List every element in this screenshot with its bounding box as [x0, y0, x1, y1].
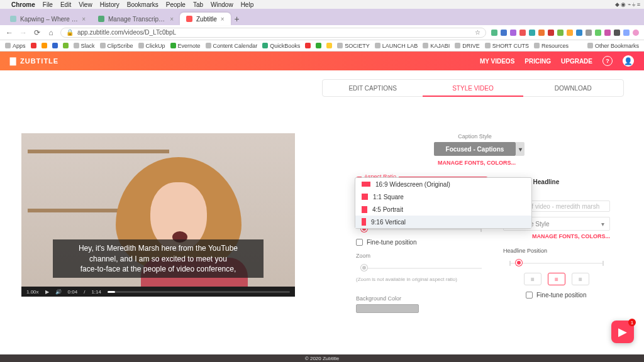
bgcolor-swatch[interactable] [356, 304, 419, 313]
menubar-app[interactable]: Chrome [11, 1, 35, 8]
tab-download[interactable]: DOWNLOAD [523, 80, 623, 96]
aspect-option-9-16[interactable]: 9:16 Vertical [355, 216, 531, 228]
menubar-item[interactable]: History [100, 1, 119, 8]
bookmark-item[interactable] [52, 43, 58, 48]
play-icon[interactable]: ▶ [45, 289, 49, 295]
browser-tab[interactable]: Kapwing – Where Content Cre…× [4, 13, 92, 25]
bookmark-item[interactable]: Apps [5, 43, 26, 49]
bookmark-item[interactable]: DRIVE [455, 43, 480, 49]
ratio-icon [362, 182, 370, 187]
bookmark-item[interactable]: SHORT CUTS [485, 43, 529, 49]
caption-style-select[interactable]: Focused - Captions [434, 142, 516, 156]
caption-overlay: Hey, it's Meredith Marsh here from the Y… [53, 239, 264, 278]
manage-headline-fonts-link[interactable]: MANAGE FONTS, COLORS... [503, 233, 610, 239]
playback-speed[interactable]: 1.00x [26, 289, 39, 295]
menubar-item[interactable]: People [166, 1, 186, 8]
align-center-button[interactable]: ≡ [548, 273, 565, 285]
macos-menubar: Chrome File Edit View History Bookmarks … [0, 0, 644, 9]
nav-my-videos[interactable]: MY VIDEOS [480, 58, 514, 65]
manage-fonts-link[interactable]: MANAGE FONTS, COLORS... [434, 160, 516, 166]
extension-icons [491, 30, 639, 36]
address-bar: ← → ⟳ ⌂ 🔒app.zubtitle.com/videos/D_LTc0b… [0, 25, 644, 40]
close-icon[interactable]: × [221, 16, 225, 23]
aspect-option-4-5[interactable]: 4:5 Portrait [355, 203, 531, 216]
menubar-item[interactable]: Help [241, 1, 254, 8]
bookmark-item[interactable]: ClickUp [138, 43, 165, 49]
zoom-label: Zoom [356, 253, 488, 259]
tab-edit-captions[interactable]: EDIT CAPTIONS [323, 80, 423, 96]
user-avatar-icon[interactable]: 👤 [623, 55, 634, 67]
menubar-item[interactable]: Bookmarks [127, 1, 158, 8]
bookmark-item[interactable] [42, 43, 47, 48]
bgcolor-label: Background Color [356, 295, 444, 302]
finetune-headline-checkbox[interactable] [526, 292, 533, 299]
chat-widget[interactable]: ▶ 1 [611, 321, 634, 343]
menubar-item[interactable]: File [43, 1, 53, 8]
menubar-item[interactable]: View [79, 1, 92, 8]
menubar-item[interactable]: Window [211, 1, 233, 8]
home-button[interactable]: ⌂ [47, 28, 55, 37]
url-text: app.zubtitle.com/videos/D_LTc0bpL [77, 29, 176, 36]
bookmark-item[interactable] [305, 43, 311, 48]
bookmark-item[interactable] [326, 43, 332, 48]
browser-tab[interactable]: Manage Transcriptions – ClipS…× [92, 13, 180, 25]
lock-icon: 🔒 [66, 29, 74, 36]
time-elapsed: 0:04 [68, 289, 78, 295]
video-frame[interactable]: Hey, it's Meredith Marsh here from the Y… [21, 133, 295, 287]
align-right-button[interactable]: ≡ [572, 273, 589, 285]
bookmark-item[interactable]: KAJABI [423, 43, 450, 49]
finetune-caption-checkbox[interactable] [356, 239, 363, 246]
chat-icon: ▶ [618, 325, 627, 339]
workspace: EDIT CAPTIONS STYLE VIDEO DOWNLOAD Hey, … [0, 70, 644, 354]
ratio-icon [362, 194, 368, 200]
finetune-headline-label: Fine-tune position [536, 292, 587, 299]
back-button[interactable]: ← [5, 28, 14, 37]
bookmark-item[interactable]: Content Calendar [206, 43, 258, 49]
bookmark-item[interactable] [31, 43, 36, 48]
page-footer: © 2020 Zubtitle [0, 354, 644, 362]
aspect-option-16-9[interactable]: 16:9 Widescreen (Original) [355, 178, 531, 190]
headline-position-slider[interactable] [503, 258, 610, 269]
bookmark-item[interactable]: Slack [74, 43, 95, 49]
align-left-button[interactable]: ≡ [524, 273, 541, 285]
bookmark-item[interactable]: ClipScribe [100, 43, 133, 49]
headline-position-panel: Headline Position ≡ ≡ ≡ Fine-tune positi… [503, 248, 610, 299]
bookmark-item[interactable]: SOCIETY [337, 43, 370, 49]
forward-button[interactable]: → [19, 28, 28, 37]
tab-style-video[interactable]: STYLE VIDEO [423, 80, 523, 96]
nav-upgrade[interactable]: UPGRADE [561, 58, 592, 65]
menubar-item[interactable]: Edit [60, 1, 71, 8]
close-icon[interactable]: × [170, 16, 174, 23]
nav-pricing[interactable]: PRICING [525, 58, 551, 65]
menubar-item[interactable]: Tab [193, 1, 203, 8]
profile-avatar[interactable] [633, 30, 639, 36]
reload-button[interactable]: ⟳ [33, 28, 42, 37]
browser-tab-active[interactable]: Zubtitle× [180, 13, 231, 25]
bookmarks-bar: Apps Slack ClipScribe ClickUp Evernote C… [0, 40, 644, 52]
aspect-option-1-1[interactable]: 1:1 Square [355, 190, 531, 203]
finetune-caption-label: Fine-tune position [367, 239, 417, 246]
bookmark-item[interactable] [316, 43, 321, 48]
tab-strip: Kapwing – Where Content Cre…× Manage Tra… [0, 9, 644, 25]
time-duration: 1:14 [91, 289, 101, 295]
menubar-status-icons: ◆ ◉ ⌁ ⏚ ≡ [615, 1, 640, 8]
bookmark-item[interactable]: LAUNCH LAB [375, 43, 418, 49]
other-bookmarks[interactable]: Other Bookmarks [587, 43, 639, 49]
url-input[interactable]: 🔒app.zubtitle.com/videos/D_LTc0bpL☆ [60, 28, 486, 38]
app-header: ZUBTITLE MY VIDEOS PRICING UPGRADE ? 👤 [0, 52, 644, 70]
headline-position-label: Headline Position [503, 248, 610, 254]
help-icon[interactable]: ? [602, 56, 613, 66]
bookmark-item[interactable]: QuickBooks [262, 43, 300, 49]
bookmark-item[interactable]: Resources [534, 43, 569, 49]
close-icon[interactable]: × [82, 16, 86, 23]
new-tab-button[interactable]: + [231, 13, 243, 25]
seek-bar[interactable] [108, 291, 290, 293]
zoom-note: (Zoom is not available in original aspec… [356, 277, 488, 283]
star-icon[interactable]: ☆ [475, 29, 480, 36]
bookmark-item[interactable] [63, 43, 69, 48]
brand-logo[interactable]: ZUBTITLE [10, 57, 58, 65]
bookmark-item[interactable]: Evernote [170, 43, 201, 49]
chevron-down-icon: ▾ [601, 221, 604, 228]
aspect-ratio-dropdown: 16:9 Widescreen (Original) 1:1 Square 4:… [355, 177, 532, 229]
mute-icon[interactable]: 🔊 [55, 289, 62, 295]
